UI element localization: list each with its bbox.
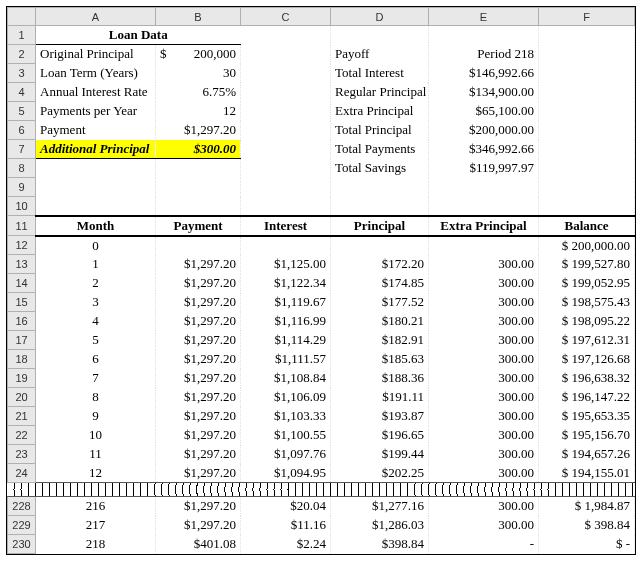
extra-cell[interactable]: 300.00 [429, 312, 539, 331]
row-header[interactable]: 7 [8, 140, 36, 159]
balance-cell[interactable]: $ 1,984.87 [539, 497, 635, 516]
summary-label[interactable]: Total Interest [331, 64, 429, 83]
extra-cell[interactable] [429, 236, 539, 255]
row-header[interactable]: 229 [8, 516, 36, 535]
col-header-C[interactable]: C [241, 8, 331, 26]
row-header[interactable]: 22 [8, 426, 36, 445]
summary-label[interactable]: Regular Principal [331, 83, 429, 102]
cell[interactable] [539, 45, 635, 64]
hdr-extra[interactable]: Extra Principal [429, 216, 539, 236]
month-cell[interactable]: 218 [36, 535, 156, 554]
interest-cell[interactable]: $11.16 [241, 516, 331, 535]
balance-cell[interactable]: $ 199,527.80 [539, 255, 635, 274]
principal-cell[interactable]: $398.84 [331, 535, 429, 554]
month-cell[interactable]: 6 [36, 350, 156, 369]
extra-cell[interactable]: 300.00 [429, 516, 539, 535]
balance-cell[interactable]: $ 198,575.43 [539, 293, 635, 312]
balance-cell[interactable]: $ 197,612.31 [539, 331, 635, 350]
month-cell[interactable]: 2 [36, 274, 156, 293]
loan-label[interactable]: Additional Principal [36, 140, 156, 159]
summary-value[interactable]: $134,900.00 [429, 83, 539, 102]
cell[interactable] [331, 178, 429, 197]
summary-value[interactable]: $119,997.97 [429, 159, 539, 178]
cell[interactable] [36, 178, 156, 197]
principal-cell[interactable]: $188.36 [331, 369, 429, 388]
summary-label[interactable]: Total Payments [331, 140, 429, 159]
summary-label[interactable]: Extra Principal [331, 102, 429, 121]
row-header[interactable]: 8 [8, 159, 36, 178]
row-header[interactable]: 4 [8, 83, 36, 102]
loan-data-title[interactable]: Loan Data [36, 26, 241, 45]
payment-cell[interactable]: $1,297.20 [156, 388, 241, 407]
row-header[interactable]: 16 [8, 312, 36, 331]
loan-label[interactable] [36, 159, 156, 178]
row-header[interactable]: 2 [8, 45, 36, 64]
principal-cell[interactable]: $177.52 [331, 293, 429, 312]
extra-cell[interactable]: 300.00 [429, 255, 539, 274]
principal-cell[interactable]: $193.87 [331, 407, 429, 426]
interest-cell[interactable]: $1,111.57 [241, 350, 331, 369]
interest-cell[interactable]: $1,094.95 [241, 464, 331, 483]
month-cell[interactable]: 10 [36, 426, 156, 445]
principal-cell[interactable]: $174.85 [331, 274, 429, 293]
month-cell[interactable]: 1 [36, 255, 156, 274]
row-header[interactable]: 6 [8, 121, 36, 140]
principal-cell[interactable]: $191.11 [331, 388, 429, 407]
interest-cell[interactable]: $2.24 [241, 535, 331, 554]
balance-cell[interactable]: $ 194,657.26 [539, 445, 635, 464]
hdr-balance[interactable]: Balance [539, 216, 635, 236]
principal-cell[interactable]: $202.25 [331, 464, 429, 483]
extra-cell[interactable]: 300.00 [429, 426, 539, 445]
payment-cell[interactable]: $1,297.20 [156, 426, 241, 445]
corner-cell[interactable] [8, 8, 36, 26]
loan-label[interactable]: Loan Term (Years) [36, 64, 156, 83]
grid[interactable]: A B C D E F 1 Loan Data 2Original Princi… [7, 7, 635, 554]
loan-value[interactable]: 12 [156, 102, 241, 121]
row-header[interactable]: 21 [8, 407, 36, 426]
row-header[interactable]: 11 [8, 216, 36, 236]
row-header[interactable]: 13 [8, 255, 36, 274]
summary-label[interactable]: Total Principal [331, 121, 429, 140]
balance-cell[interactable]: $ 195,156.70 [539, 426, 635, 445]
principal-cell[interactable] [331, 236, 429, 255]
row-header[interactable]: 18 [8, 350, 36, 369]
interest-cell[interactable]: $1,119.67 [241, 293, 331, 312]
payment-cell[interactable] [156, 236, 241, 255]
payment-cell[interactable]: $1,297.20 [156, 464, 241, 483]
col-header-A[interactable]: A [36, 8, 156, 26]
row-header[interactable]: 20 [8, 388, 36, 407]
hdr-principal[interactable]: Principal [331, 216, 429, 236]
summary-label[interactable]: Total Savings [331, 159, 429, 178]
summary-label[interactable]: Payoff [331, 45, 429, 64]
extra-cell[interactable]: 300.00 [429, 369, 539, 388]
interest-cell[interactable]: $1,122.34 [241, 274, 331, 293]
month-cell[interactable]: 9 [36, 407, 156, 426]
balance-cell[interactable]: $ 196,147.22 [539, 388, 635, 407]
hdr-payment[interactable]: Payment [156, 216, 241, 236]
principal-cell[interactable]: $199.44 [331, 445, 429, 464]
interest-cell[interactable]: $1,108.84 [241, 369, 331, 388]
interest-cell[interactable]: $1,106.09 [241, 388, 331, 407]
month-cell[interactable]: 4 [36, 312, 156, 331]
row-header[interactable]: 230 [8, 535, 36, 554]
loan-value[interactable]: 6.75% [156, 83, 241, 102]
extra-cell[interactable]: - [429, 535, 539, 554]
cell[interactable] [241, 121, 331, 140]
balance-cell[interactable]: $ 195,653.35 [539, 407, 635, 426]
cell[interactable] [539, 121, 635, 140]
extra-cell[interactable]: 300.00 [429, 331, 539, 350]
cell[interactable] [241, 45, 331, 64]
loan-label[interactable]: Original Principal [36, 45, 156, 64]
row-header[interactable]: 1 [8, 26, 36, 45]
payment-cell[interactable]: $1,297.20 [156, 497, 241, 516]
cell[interactable] [241, 178, 331, 197]
cell[interactable] [539, 83, 635, 102]
cell[interactable] [429, 178, 539, 197]
interest-cell[interactable] [241, 236, 331, 255]
interest-cell[interactable]: $1,125.00 [241, 255, 331, 274]
summary-value[interactable]: $146,992.66 [429, 64, 539, 83]
balance-cell[interactable]: $ 198,095.22 [539, 312, 635, 331]
row-header[interactable]: 9 [8, 178, 36, 197]
cell[interactable] [156, 197, 241, 216]
summary-value[interactable]: $346,992.66 [429, 140, 539, 159]
